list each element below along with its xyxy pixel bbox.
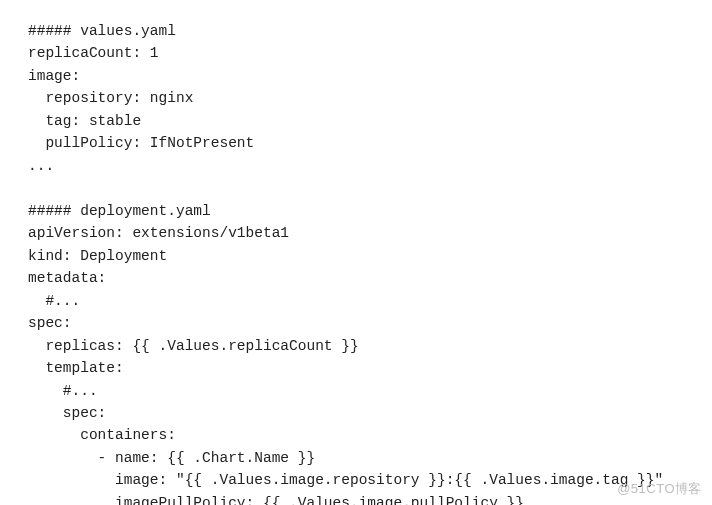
watermark: @51CTO博客 xyxy=(617,479,702,499)
code-block: ##### values.yaml replicaCount: 1 image:… xyxy=(28,20,663,505)
